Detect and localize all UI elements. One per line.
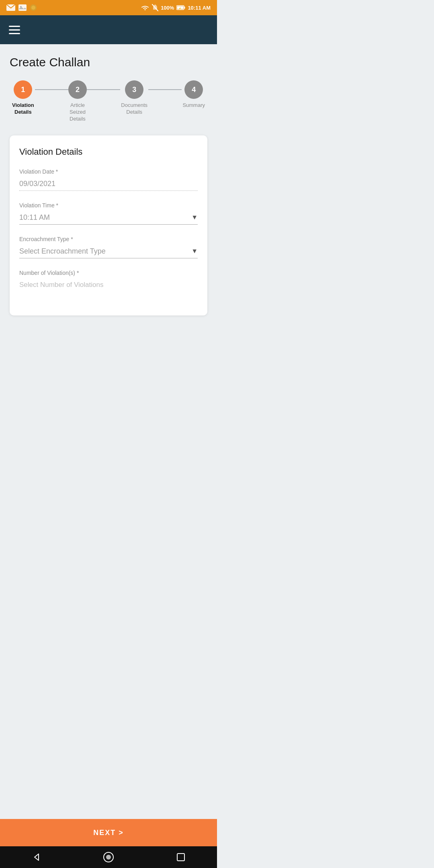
stepper-connector-2-3 <box>87 89 120 90</box>
encroachment-type-select[interactable]: Select Encroachment Type ▼ <box>19 245 198 258</box>
battery-icon: ⚡ <box>176 5 185 10</box>
svg-rect-1 <box>18 4 27 11</box>
number-of-violations-select[interactable]: Select Number of Violations <box>19 278 198 291</box>
wifi-icon <box>141 4 149 11</box>
violation-time-select[interactable]: 10:11 AM ▼ <box>19 211 198 225</box>
hamburger-menu-button[interactable] <box>9 26 20 34</box>
step-circle-3: 3 <box>125 80 143 99</box>
encroachment-type-placeholder: Select Encroachment Type <box>19 247 106 256</box>
violation-time-dropdown-arrow: ▼ <box>191 214 198 221</box>
stepper-item-2[interactable]: 2 Article Seized Details <box>68 80 87 123</box>
violation-time-field: Violation Time * 10:11 AM ▼ <box>19 202 198 225</box>
number-of-violations-label: Number of Violation(s) * <box>19 270 198 276</box>
encroachment-type-dropdown-arrow: ▼ <box>191 248 198 255</box>
violation-date-input[interactable] <box>19 177 198 191</box>
svg-rect-7 <box>184 7 185 9</box>
stepper-item-3[interactable]: 3 Documents Details <box>120 80 148 116</box>
status-bar: 100% ⚡ 10:11 AM <box>0 0 217 15</box>
time-display: 10:11 AM <box>188 5 211 11</box>
notification-icon <box>152 4 158 11</box>
violation-date-label: Violation Date * <box>19 168 198 175</box>
top-nav <box>0 15 217 44</box>
number-of-violations-field: Number of Violation(s) * Select Number o… <box>19 270 198 291</box>
page-title: Create Challan <box>10 55 207 69</box>
number-of-violations-placeholder: Select Number of Violations <box>19 281 103 289</box>
gmail-icon <box>6 4 15 11</box>
page-content: Create Challan 1 Violation Details 2 Art… <box>0 44 217 364</box>
stepper-item-1[interactable]: 1 Violation Details <box>11 80 35 116</box>
step-label-2: Article Seized Details <box>69 102 86 123</box>
step-label-1: Violation Details <box>11 102 35 116</box>
status-bar-left-icons <box>6 4 37 11</box>
violation-date-field: Violation Date * <box>19 168 198 191</box>
step-circle-4: 4 <box>184 80 203 99</box>
circle-icon <box>30 4 37 11</box>
battery-text: 100% <box>161 5 174 11</box>
encroachment-type-label: Encroachment Type * <box>19 236 198 242</box>
step-label-3: Documents Details <box>120 102 148 116</box>
form-card-title: Violation Details <box>19 147 198 157</box>
encroachment-type-field: Encroachment Type * Select Encroachment … <box>19 236 198 258</box>
step-circle-2: 2 <box>68 80 87 99</box>
stepper: 1 Violation Details 2 Article Seized Det… <box>10 80 207 123</box>
svg-point-4 <box>31 6 35 10</box>
status-bar-right: 100% ⚡ 10:11 AM <box>141 4 211 11</box>
step-circle-1: 1 <box>14 80 32 99</box>
image-icon <box>18 4 27 11</box>
form-card: Violation Details Violation Date * Viola… <box>10 135 207 315</box>
step-label-4: Summary <box>182 102 206 109</box>
svg-text:⚡: ⚡ <box>178 7 182 10</box>
stepper-connector-3-4 <box>148 89 182 90</box>
stepper-connector-1-2 <box>35 89 68 90</box>
stepper-item-4[interactable]: 4 Summary <box>182 80 206 109</box>
violation-time-value: 10:11 AM <box>19 213 50 222</box>
violation-time-label: Violation Time * <box>19 202 198 209</box>
